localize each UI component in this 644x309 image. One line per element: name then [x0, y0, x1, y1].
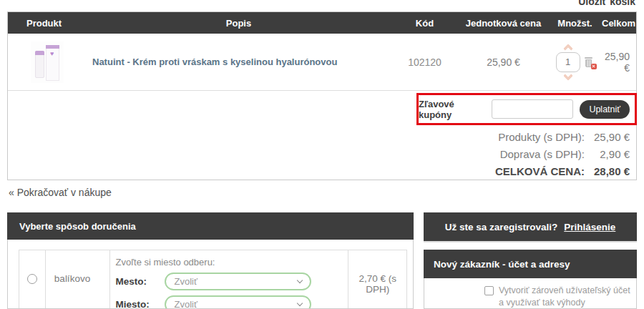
city-label: Mesto:	[116, 276, 165, 287]
totals-label: CELKOVÁ CENA:	[495, 165, 585, 177]
delivery-option-label: balíkovo	[46, 250, 110, 309]
cart-table-header: Produkt Popis Kód Jednotková cena Množst…	[8, 12, 636, 34]
place-select[interactable]: Zvoliť	[165, 295, 311, 309]
unit-price: 25,90 €	[459, 57, 548, 68]
totals-label: Produkty (s DPH):	[498, 131, 585, 143]
cart-item-row: Natuint - Krém proti vráskam s kyselinou…	[8, 34, 636, 91]
city-select[interactable]: Zvoliť	[165, 273, 311, 290]
product-name-link[interactable]: Natuint - Krém proti vráskam s kyselinou…	[87, 57, 391, 67]
create-account-checkbox[interactable]	[484, 286, 494, 295]
delivery-radio-cell	[19, 250, 46, 309]
column-header-code: Kód	[391, 18, 459, 29]
product-code: 102120	[391, 57, 459, 68]
new-customer-title: Nový zákazník - účet a adresy	[424, 250, 637, 278]
totals-value: 25,90 €	[585, 131, 636, 143]
login-prompt: Už ste sa zaregistrovali?	[445, 222, 558, 232]
totals-row-products: Produkty (s DPH): 25,90 €	[8, 128, 636, 145]
chevron-down-icon	[296, 278, 302, 283]
delivery-option-radio[interactable]	[27, 274, 37, 284]
place-select-value: Zvoliť	[175, 299, 197, 309]
column-header-quantity: Množst.	[548, 18, 602, 29]
product-thumbnail	[31, 41, 64, 83]
create-account-label: Vytvoriť zároveň užívateľský účet a využ…	[499, 285, 636, 308]
product-image[interactable]	[8, 41, 87, 83]
delivery-price: 2,70 € (s DPH)	[348, 250, 406, 309]
totals-value: 2,90 €	[585, 148, 636, 160]
login-link[interactable]: Prihlásenie	[564, 222, 615, 232]
coupon-input[interactable]	[492, 99, 573, 119]
continue-shopping-link[interactable]: « Pokračovať v nákupe	[9, 187, 112, 198]
cart-totals: Produkty (s DPH): 25,90 € Doprava (s DPH…	[8, 127, 636, 180]
new-customer-body: Vytvoriť zároveň užívateľský účet a využ…	[424, 278, 637, 309]
cart-table: Produkt Popis Kód Jednotková cena Množst…	[7, 11, 637, 180]
pickup-prompt: Zvoľte si miesto odberu:	[116, 257, 343, 268]
chevron-down-icon	[296, 300, 302, 306]
delivery-panel: Vyberte spôsob doručenia balíkovo Zvoľte…	[7, 212, 414, 309]
quantity-stepper	[548, 45, 602, 79]
new-customer-panel: Nový zákazník - účet a adresy Vytvoriť z…	[424, 250, 637, 309]
product-box-graphic	[46, 45, 59, 81]
remove-item-icon[interactable]	[584, 57, 595, 68]
totals-value: 28,80 €	[585, 165, 636, 177]
delivery-pickup-cell: Zvoľte si miesto odberu: Mesto: Zvoliť M…	[110, 250, 349, 309]
line-total: 25,90 €	[602, 51, 636, 74]
login-banner: Už ste sa zaregistrovali? Prihlásenie	[424, 212, 637, 242]
column-header-unit-price: Jednotková cena	[459, 18, 548, 29]
coupon-label: Zľavové kupóny	[419, 99, 485, 120]
place-label: Miesto:	[116, 299, 165, 309]
delivery-options-table: balíkovo Zvoľte si miesto odberu: Mesto:…	[19, 250, 407, 309]
apply-coupon-button[interactable]: Uplatniť	[580, 100, 630, 119]
coupon-section-highlight: Zľavové kupóny Uplatniť	[416, 93, 637, 125]
quantity-decrease-icon[interactable]	[562, 70, 572, 80]
totals-row-grand-total: CELKOVÁ CENA: 28,80 €	[8, 162, 636, 180]
product-tube-graphic	[35, 51, 44, 78]
totals-row-shipping: Doprava (s DPH): 2,90 €	[8, 145, 636, 162]
quantity-input[interactable]	[556, 52, 580, 72]
column-header-product: Produkt	[8, 18, 87, 29]
delivery-panel-body: balíkovo Zvoľte si miesto odberu: Mesto:…	[7, 240, 414, 309]
column-header-description: Popis	[87, 18, 391, 29]
city-select-value: Zvoliť	[175, 276, 197, 287]
coupon-row: Zľavové kupóny Uplatniť	[8, 91, 636, 127]
totals-label: Doprava (s DPH):	[500, 148, 585, 160]
save-cart-link[interactable]: Uložiť košík	[578, 0, 635, 7]
column-header-total: Celkom	[602, 18, 636, 29]
delivery-panel-title: Vyberte spôsob doručenia	[7, 212, 414, 240]
